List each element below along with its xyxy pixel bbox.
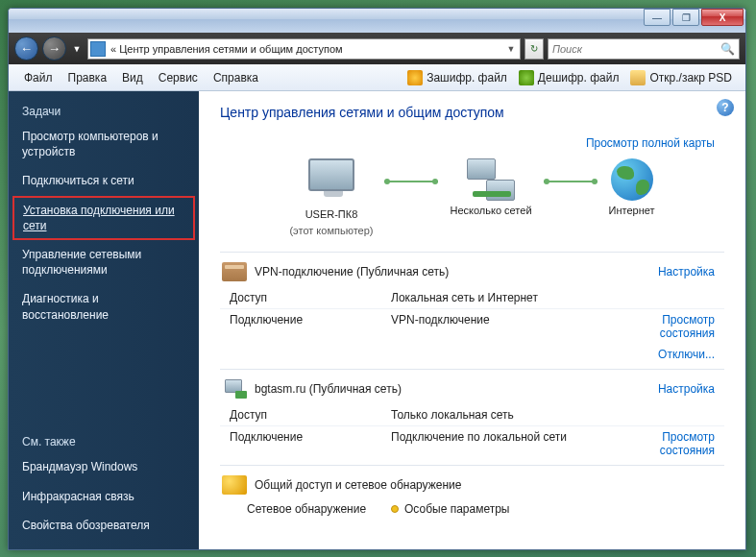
- menu-bar: Файл Правка Вид Сервис Справка Зашифр. ф…: [9, 64, 745, 91]
- unlock-icon: [519, 70, 534, 85]
- customize-link[interactable]: Настройка: [658, 382, 715, 396]
- close-button[interactable]: X: [701, 9, 744, 26]
- computer-icon: [308, 158, 354, 191]
- node-internet[interactable]: Интернет: [609, 158, 655, 217]
- customize-link[interactable]: Настройка: [658, 265, 715, 278]
- page-title: Центр управления сетями и общим доступом: [220, 105, 724, 120]
- minimize-button[interactable]: —: [644, 9, 671, 26]
- lock-icon: [407, 70, 423, 85]
- view-status-link[interactable]: Просмотр состояния: [660, 313, 715, 340]
- sidebar: Задачи Просмотр компьютеров и устройств …: [9, 91, 199, 549]
- sharing-icon: [222, 475, 247, 495]
- table-row: Доступ Локальная сеть и Интернет: [220, 287, 724, 309]
- view-full-map-link[interactable]: Просмотр полной карты: [586, 136, 715, 150]
- menu-edit[interactable]: Правка: [61, 71, 115, 85]
- sidebar-header: Задачи: [9, 101, 199, 122]
- menu-file[interactable]: Файл: [16, 71, 61, 85]
- menu-view[interactable]: Вид: [114, 71, 151, 85]
- section-sharing: Общий доступ и сетевое обнаружение Сетев…: [220, 465, 724, 523]
- networks-icon: [467, 158, 515, 201]
- maximize-button[interactable]: ❐: [672, 9, 699, 26]
- table-row: Подключение VPN-подключение Просмотр сос…: [220, 309, 724, 344]
- window: — ❐ X ← → ▼ « Центр управления сетями и …: [8, 8, 746, 550]
- location-icon: [90, 41, 106, 57]
- refresh-button[interactable]: ↻: [524, 38, 544, 60]
- disconnect-link[interactable]: Отключи...: [658, 348, 715, 361]
- search-box[interactable]: 🔍: [548, 38, 740, 60]
- address-dropdown-icon[interactable]: ▼: [504, 44, 518, 54]
- connection-line: [384, 158, 438, 205]
- sidebar-also-internet-options[interactable]: Свойства обозревателя: [9, 511, 199, 540]
- section-title: Общий доступ и сетевое обнаружение: [255, 478, 715, 492]
- section-vpn: VPN-подключение (Публичная сеть) Настрой…: [220, 252, 724, 369]
- connection-line: [544, 158, 597, 205]
- section-title: VPN-подключение (Публичная сеть): [255, 265, 658, 278]
- sidebar-also-header: См. также: [9, 431, 199, 452]
- help-icon[interactable]: ?: [717, 99, 734, 116]
- network-icon: [222, 379, 247, 399]
- section-title: bgtasm.ru (Публичная сеть): [255, 382, 658, 396]
- body: Задачи Просмотр компьютеров и устройств …: [9, 91, 745, 549]
- nav-bar: ← → ▼ « Центр управления сетями и общим …: [9, 33, 745, 64]
- breadcrumb: Центр управления сетями и общим доступом: [119, 43, 342, 55]
- address-bar[interactable]: « Центр управления сетями и общим доступ…: [87, 38, 521, 60]
- back-button[interactable]: ←: [14, 36, 38, 61]
- sidebar-also-firewall[interactable]: Брандмауэр Windows: [9, 452, 199, 481]
- bench-icon: [222, 262, 247, 281]
- node-networks[interactable]: Несколько сетей: [450, 158, 531, 217]
- table-row: Сетевое обнаружение Особые параметры: [220, 500, 724, 520]
- content: ? Центр управления сетями и общим доступ…: [199, 91, 745, 549]
- table-row: Отключи...: [220, 344, 724, 365]
- nav-history-dropdown[interactable]: ▼: [70, 44, 84, 54]
- section-lan: bgtasm.ru (Публичная сеть) Настройка Дос…: [220, 369, 724, 465]
- table-row: Подключение Подключение по локальной сет…: [220, 426, 724, 461]
- globe-icon: [611, 158, 653, 201]
- sidebar-item-setup-connection[interactable]: Установка подключения или сети: [12, 196, 195, 240]
- sidebar-item-diagnose[interactable]: Диагностика и восстановление: [9, 284, 199, 328]
- search-input[interactable]: [552, 43, 720, 55]
- forward-button[interactable]: →: [42, 36, 66, 61]
- tool-encrypt[interactable]: Зашифр. файл: [402, 70, 513, 85]
- search-icon[interactable]: 🔍: [720, 42, 735, 56]
- sidebar-item-connect[interactable]: Подключиться к сети: [9, 166, 199, 195]
- table-row: Доступ Только локальная сеть: [220, 404, 724, 426]
- folder-icon: [630, 70, 646, 85]
- menu-help[interactable]: Справка: [206, 71, 266, 85]
- tool-psd[interactable]: Откр./закр PSD: [624, 70, 738, 85]
- tool-decrypt[interactable]: Дешифр. файл: [513, 70, 625, 85]
- view-status-link[interactable]: Просмотр состояния: [660, 430, 715, 457]
- sidebar-item-view-computers[interactable]: Просмотр компьютеров и устройств: [9, 122, 199, 166]
- sidebar-also-infrared[interactable]: Инфракрасная связь: [9, 482, 199, 511]
- titlebar: — ❐ X: [9, 9, 745, 33]
- status-dot-icon: [391, 505, 399, 513]
- node-this-pc[interactable]: USER-ПК8 (этот компьютер): [289, 158, 373, 238]
- menu-tools[interactable]: Сервис: [151, 71, 206, 85]
- sidebar-item-manage-connections[interactable]: Управление сетевыми подключениями: [9, 240, 199, 284]
- network-map: USER-ПК8 (этот компьютер) Несколько сете…: [220, 158, 724, 238]
- breadcrumb-prefix: «: [110, 43, 116, 55]
